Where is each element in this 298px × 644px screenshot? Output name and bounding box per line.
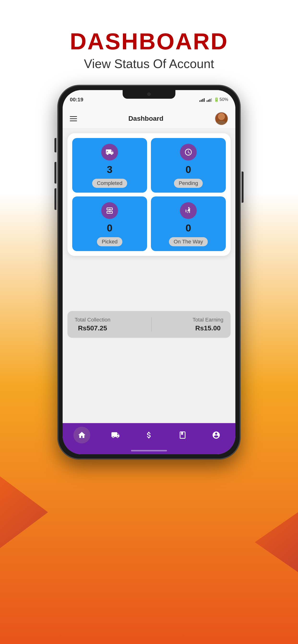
nav-item-earnings[interactable] xyxy=(140,427,158,444)
notch xyxy=(123,90,175,99)
content-spacer xyxy=(67,261,231,308)
svg-point-1 xyxy=(216,120,227,125)
bg-decoration-right xyxy=(255,512,298,572)
status-time: 00:19 xyxy=(70,96,83,103)
bottom-navigation xyxy=(63,423,235,447)
hamburger-line-3 xyxy=(70,120,77,121)
truck-fast-icon xyxy=(106,148,114,156)
avatar[interactable] xyxy=(215,112,228,125)
signal-bar2-1 xyxy=(207,100,208,102)
phone-vol-down-button xyxy=(54,188,56,210)
nav-item-orders[interactable] xyxy=(174,427,191,444)
front-camera xyxy=(147,92,151,96)
pending-count: 0 xyxy=(186,164,191,176)
phone-vol-up-button xyxy=(54,162,56,184)
signal-bar-2 xyxy=(201,100,202,102)
signal-bar2-3 xyxy=(209,99,210,102)
signal-bar2-4 xyxy=(211,98,212,102)
dashboard-card: 3 Completed 0 Pending xyxy=(67,133,231,256)
stat-tile-on-the-way[interactable]: 0 On The Way xyxy=(151,196,226,251)
avatar-image xyxy=(215,112,228,125)
total-collection-info: Total Collection Rs507.25 xyxy=(75,317,110,332)
signal-strength xyxy=(199,98,205,102)
pending-label: Pending xyxy=(174,179,203,188)
stats-grid: 3 Completed 0 Pending xyxy=(72,138,226,251)
status-icons: 🔋 50% xyxy=(199,97,228,102)
phone-mute-button xyxy=(54,138,56,152)
person-circle-icon xyxy=(212,431,221,440)
picked-label: Picked xyxy=(97,237,122,246)
stat-tile-picked[interactable]: 0 Picked xyxy=(72,196,147,251)
app-title: Dashboard xyxy=(128,115,163,122)
nav-item-home[interactable] xyxy=(73,427,90,444)
completed-label: Completed xyxy=(92,179,127,188)
pending-icon-circle xyxy=(180,144,197,160)
home-pill xyxy=(131,450,167,452)
dollar-icon xyxy=(145,431,153,440)
picked-count: 0 xyxy=(107,222,112,234)
picked-icon-circle xyxy=(101,202,118,219)
delivery-truck-icon xyxy=(111,431,120,440)
completed-icon-circle xyxy=(101,144,118,160)
on-the-way-label: On The Way xyxy=(169,237,208,246)
on-the-way-icon-circle xyxy=(180,202,197,219)
signal-bar-1 xyxy=(199,100,200,102)
total-earning-value: Rs15.00 xyxy=(195,324,221,332)
home-icon xyxy=(77,431,86,440)
total-earning-label: Total Earning xyxy=(193,317,223,323)
page-header: DASHBOARD View Status Of Account xyxy=(70,29,228,71)
bg-decoration-left xyxy=(0,476,48,548)
total-collection-label: Total Collection xyxy=(75,317,110,323)
hamburger-line-1 xyxy=(70,116,77,117)
hamburger-line-2 xyxy=(70,118,77,119)
home-indicator xyxy=(63,447,235,454)
signal-bar-4 xyxy=(204,98,205,102)
svg-point-2 xyxy=(218,114,224,120)
main-content: 3 Completed 0 Pending xyxy=(63,128,235,423)
app-header: Dashboard xyxy=(63,109,235,128)
total-earning-info: Total Earning Rs15.00 xyxy=(193,317,223,332)
completed-count: 3 xyxy=(107,164,112,176)
phone-screen: 00:19 🔋 50% xyxy=(63,90,235,454)
signal-bar-3 xyxy=(202,99,203,102)
stat-tile-pending[interactable]: 0 Pending xyxy=(151,138,226,192)
bottom-stats-bar: Total Collection Rs507.25 Total Earning … xyxy=(67,311,231,338)
on-the-way-count: 0 xyxy=(186,222,191,234)
running-icon xyxy=(184,206,192,215)
nav-item-profile[interactable] xyxy=(208,427,225,444)
page-title: DASHBOARD xyxy=(70,29,228,54)
total-collection-value: Rs507.25 xyxy=(78,324,107,332)
stats-divider xyxy=(152,317,152,332)
phone-power-button xyxy=(242,172,244,203)
page-subtitle: View Status Of Account xyxy=(70,56,228,71)
signal-strength-2 xyxy=(207,98,212,102)
box-lift-icon xyxy=(106,206,114,215)
battery-icon: 🔋 xyxy=(214,97,219,102)
book-icon xyxy=(178,431,187,440)
phone-mockup: 00:19 🔋 50% xyxy=(58,85,240,459)
clock-icon xyxy=(184,148,192,156)
status-bar: 00:19 🔋 50% xyxy=(63,90,235,109)
signal-bar2-2 xyxy=(208,100,209,102)
hamburger-menu[interactable] xyxy=(70,116,77,121)
battery-percentage: 50% xyxy=(220,97,228,102)
nav-item-delivery[interactable] xyxy=(107,427,124,444)
stat-tile-completed[interactable]: 3 Completed xyxy=(72,138,147,192)
